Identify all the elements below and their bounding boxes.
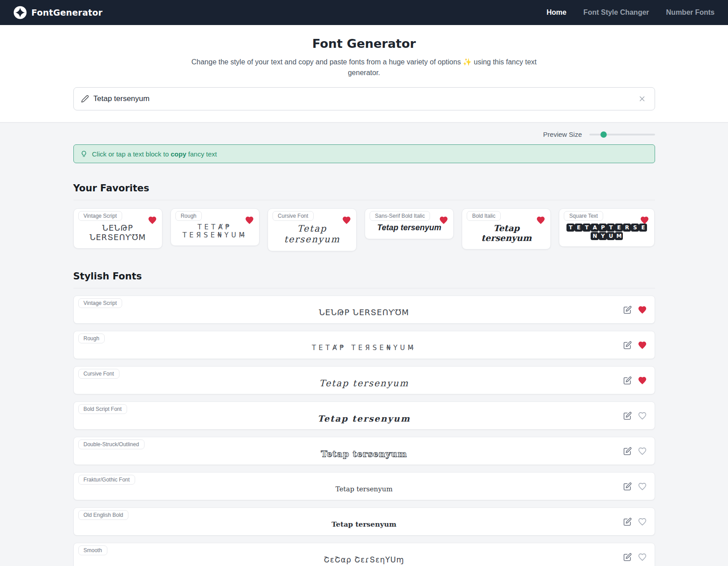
font-style-label: Bold Script Font — [78, 404, 127, 414]
favorites-heading: Your Favorites — [73, 183, 655, 194]
row-actions — [622, 304, 647, 315]
hero-section: Font Generator Change the style of your … — [0, 25, 728, 122]
styled-text-preview: ՆEՆԹP ՆERՏEՈƳƱM — [319, 308, 409, 317]
preview-size-row: Preview Size — [73, 131, 655, 138]
nav-link-home[interactable]: Home — [546, 8, 566, 17]
styled-text-preview: ՇεՇαρ ՇεɾՏεηΥՍɱ — [324, 555, 404, 564]
favorite-heart-icon[interactable] — [245, 216, 254, 224]
edit-icon[interactable] — [622, 410, 633, 421]
main-content: Preview Size Click or tap a text block t… — [73, 131, 655, 566]
edit-icon[interactable] — [622, 375, 633, 385]
font-style-label: Vintage Script — [78, 211, 123, 221]
favorite-heart-icon[interactable] — [638, 411, 647, 420]
favorite-font-card[interactable]: Cursive Font Tetap tersenyum — [268, 208, 357, 251]
favorite-font-card[interactable]: Square Text TETAPTERSENYUM — [559, 208, 655, 247]
font-style-label: Old English Bold — [78, 510, 129, 520]
row-actions — [622, 410, 647, 421]
row-actions — [622, 516, 647, 527]
favorite-font-card[interactable]: Vintage Script ՆEՆԹP ՆERՏEՈƳƱM — [73, 208, 162, 249]
favorite-heart-icon[interactable] — [439, 216, 448, 224]
stylish-fonts-divider — [73, 288, 655, 288]
favorite-font-card[interactable]: Sans-Serif Bold Italic Tetap tersenyum — [365, 208, 454, 239]
favorite-heart-icon[interactable] — [638, 447, 647, 455]
font-style-label: Fraktur/Gothic Font — [78, 475, 135, 485]
brand[interactable]: FontGenerator — [13, 6, 102, 19]
styled-text-preview: Tetap tersenyum — [318, 414, 410, 423]
preview-size-label: Preview Size — [543, 131, 582, 138]
favorite-font-card[interactable]: Rough TETȺ₱ TEЯSE₦YUM̶ — [170, 208, 260, 246]
edit-icon[interactable] — [622, 446, 633, 456]
stylish-fonts-heading: Stylish Fonts — [73, 271, 655, 282]
page-subtitle: Change the style of your text and copy a… — [185, 57, 543, 78]
styled-text-preview: Tetap tersenyum — [319, 378, 409, 389]
page-title: Font Generator — [0, 37, 728, 51]
favorite-heart-icon[interactable] — [536, 216, 545, 224]
styled-text-preview: Tetap tersenyum — [332, 520, 396, 528]
styled-text-preview: Tetap tersenyum — [321, 449, 407, 459]
favorite-font-card[interactable]: Bold Italic Tetap tersenyum — [462, 208, 551, 249]
favorite-heart-icon[interactable] — [638, 305, 647, 314]
pencil-icon — [81, 95, 89, 103]
edit-icon[interactable] — [622, 304, 633, 315]
row-actions — [622, 375, 647, 385]
styled-text-preview: TETȺ₱ TEЯSE₦YUM̶ — [177, 223, 253, 239]
favorite-heart-icon[interactable] — [342, 216, 351, 224]
font-row[interactable]: Rough TETȺ₱ TEЯSE₦YUM̶ — [73, 331, 655, 359]
text-input-wrap — [73, 87, 655, 110]
favorite-heart-icon[interactable] — [638, 341, 647, 349]
nav-links: Home Font Style Changer Number Fonts — [546, 8, 715, 17]
clear-input-button[interactable] — [637, 93, 647, 104]
styled-text-preview: Tetap tersenyum — [274, 223, 350, 245]
font-style-label: Double-Struck/Outlined — [78, 439, 145, 449]
slider-track — [589, 134, 655, 135]
font-style-label: Bold Italic — [467, 211, 501, 221]
styled-text-preview: TETȺ₱ TEЯSE₦YUM̶ — [312, 344, 416, 352]
font-row[interactable]: Cursive Font Tetap tersenyum — [73, 366, 655, 394]
edit-icon[interactable] — [622, 552, 633, 562]
edit-icon[interactable] — [622, 340, 633, 350]
favorite-heart-icon[interactable] — [640, 216, 649, 224]
favorite-heart-icon[interactable] — [638, 517, 647, 526]
font-style-label: Vintage Script — [78, 298, 123, 308]
styled-text-preview: Tetap tersenyum — [468, 223, 544, 243]
font-row[interactable]: Double-Struck/Outlined Tetap tersenyum — [73, 437, 655, 465]
nav-link-font-style-changer[interactable]: Font Style Changer — [583, 8, 649, 17]
nav-link-number-fonts[interactable]: Number Fonts — [666, 8, 715, 17]
row-actions — [622, 340, 647, 350]
font-row[interactable]: Fraktur/Gothic Font Tetap tersenyum — [73, 472, 655, 500]
styled-text-preview: Tetap tersenyum — [336, 485, 393, 493]
favorite-heart-icon[interactable] — [638, 482, 647, 490]
preview-size-slider[interactable] — [589, 131, 655, 138]
copy-tip-banner: Click or tap a text block to copy fancy … — [73, 144, 655, 163]
favorite-heart-icon[interactable] — [638, 553, 647, 561]
font-style-label: Cursive Font — [78, 369, 119, 379]
font-style-label: Rough — [175, 211, 202, 221]
favorites-cards: Vintage Script ՆEՆԹP ՆERՏEՈƳƱM Rough TET… — [73, 208, 655, 251]
brand-name: FontGenerator — [31, 8, 102, 17]
row-actions — [622, 446, 647, 456]
font-rows: Vintage Script ՆEՆԹP ՆERՏEՈƳƱM Rough TET… — [73, 296, 655, 566]
lightbulb-icon — [80, 150, 88, 158]
edit-icon[interactable] — [622, 516, 633, 527]
font-style-label: Smooth — [78, 545, 107, 555]
edit-icon[interactable] — [622, 481, 633, 491]
styled-text-preview: Tetap tersenyum — [371, 223, 447, 232]
font-row[interactable]: Bold Script Font Tetap tersenyum — [73, 401, 655, 430]
favorite-heart-icon[interactable] — [148, 216, 157, 224]
row-actions — [622, 481, 647, 491]
font-style-label: Rough — [78, 334, 105, 343]
font-style-label: Cursive Font — [272, 211, 314, 221]
brand-star-icon — [13, 6, 27, 19]
font-row[interactable]: Vintage Script ՆEՆԹP ՆERՏEՈƳƱM — [73, 296, 655, 324]
text-input[interactable] — [94, 94, 633, 103]
font-style-label: Sans-Serif Bold Italic — [370, 211, 430, 221]
font-row[interactable]: Old English Bold Tetap tersenyum — [73, 507, 655, 536]
font-style-label: Square Text — [564, 211, 603, 221]
font-row[interactable]: Smooth ՇεՇαρ ՇεɾՏεηΥՍɱ — [73, 543, 655, 566]
copy-tip-text: Click or tap a text block to copy fancy … — [92, 150, 217, 158]
slider-thumb[interactable] — [600, 131, 607, 138]
favorites-divider — [73, 200, 655, 200]
row-actions — [622, 552, 647, 562]
favorite-heart-icon[interactable] — [638, 376, 647, 384]
styled-text-preview: TETAPTERSENYUM — [566, 223, 648, 240]
